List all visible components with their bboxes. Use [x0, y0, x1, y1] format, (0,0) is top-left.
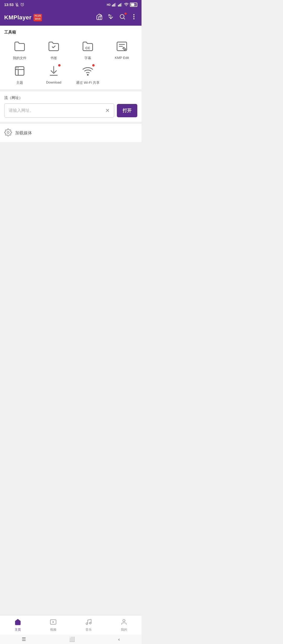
folder-icon — [14, 41, 25, 52]
tool-kmp-edit-label: KMP Edit — [115, 56, 129, 60]
wifi-share-notification-dot — [92, 64, 95, 66]
plus-badge: PLUS DIVX — [34, 14, 42, 21]
svg-point-19 — [120, 14, 124, 18]
battery-icon: 61 — [130, 3, 137, 7]
logo-area: KMPlayer PLUS DIVX — [4, 14, 42, 21]
status-bar: 13:53 HD 61 — [0, 0, 142, 9]
stream-input-row: 请输入网址。 ✕ 打开 — [4, 103, 137, 118]
svg-point-33 — [87, 74, 88, 75]
clear-url-button[interactable]: ✕ — [105, 107, 110, 114]
sort-button[interactable] — [107, 13, 114, 22]
svg-rect-9 — [115, 3, 116, 7]
status-time: 13:53 — [4, 3, 24, 7]
bookmark-folder-icon — [48, 41, 59, 52]
svg-rect-6 — [112, 5, 113, 7]
home-settings-button[interactable] — [96, 13, 103, 22]
kmp-edit-icon — [116, 41, 128, 52]
tool-download[interactable]: Download — [38, 64, 69, 85]
tool-theme[interactable]: 主题 — [4, 64, 35, 85]
toolbox-title: 工具箱 — [4, 30, 137, 35]
tool-my-files-label: 我的文件 — [13, 56, 26, 60]
svg-point-22 — [134, 16, 134, 17]
tool-wifi-share[interactable]: 通过 Wi-Fi 共享 — [72, 64, 103, 85]
tool-wifi-share-label: 通过 Wi-Fi 共享 — [76, 80, 100, 85]
signal-icon — [112, 3, 117, 7]
load-media-section[interactable]: 加载媒体 — [0, 124, 142, 142]
svg-rect-10 — [118, 5, 119, 7]
svg-rect-12 — [120, 3, 121, 7]
stream-title: 流（网址） — [4, 96, 137, 100]
alarm-icon — [20, 3, 24, 7]
tool-subtitles-label: 字幕 — [84, 56, 91, 60]
tool-download-label: Download — [46, 80, 61, 84]
app-name: KMPlayer — [4, 14, 31, 21]
search-notification-dot — [124, 13, 127, 15]
header-icons — [96, 13, 137, 22]
theme-icon — [14, 65, 25, 77]
svg-point-21 — [134, 14, 134, 15]
search-button[interactable] — [119, 13, 126, 22]
app-header: KMPlayer PLUS DIVX — [0, 9, 142, 26]
svg-point-14 — [126, 5, 127, 6]
svg-point-23 — [134, 18, 134, 19]
toolbox-section: 工具箱 我的文件 — [0, 26, 142, 89]
svg-rect-11 — [119, 4, 120, 7]
svg-point-34 — [7, 131, 9, 134]
more-menu-button[interactable] — [130, 13, 137, 22]
tool-bookmarks-label: 书签 — [50, 56, 57, 60]
tools-grid: 我的文件 书签 — [4, 39, 137, 85]
stream-url-placeholder: 请输入网址。 — [9, 108, 34, 113]
svg-text:CC: CC — [85, 46, 90, 50]
wifi-icon — [124, 3, 129, 7]
empty-content-area — [0, 144, 142, 223]
open-url-button[interactable]: 打开 — [117, 104, 137, 117]
svg-rect-13 — [121, 3, 122, 7]
subtitles-icon: CC — [82, 41, 94, 52]
mute-icon — [15, 3, 19, 7]
stream-url-input-box[interactable]: 请输入网址。 ✕ — [4, 103, 114, 118]
download-icon — [48, 65, 59, 77]
tool-my-files[interactable]: 我的文件 — [4, 39, 35, 60]
stream-section: 流（网址） 请输入网址。 ✕ 打开 — [0, 91, 142, 122]
main-content: 工具箱 我的文件 — [0, 26, 142, 223]
tool-subtitles[interactable]: CC 字幕 — [72, 39, 103, 60]
wifi-share-icon — [82, 65, 94, 77]
gear-icon — [4, 129, 12, 137]
signal2-icon — [118, 3, 123, 7]
tool-bookmarks[interactable]: 书签 — [38, 39, 69, 60]
tool-theme-label: 主题 — [16, 80, 23, 85]
svg-line-20 — [124, 18, 125, 19]
svg-rect-8 — [114, 3, 115, 7]
status-icons: HD 61 — [107, 3, 137, 7]
svg-line-4 — [21, 3, 21, 3]
download-notification-dot — [58, 64, 61, 66]
svg-line-28 — [125, 49, 126, 50]
svg-rect-7 — [113, 4, 114, 7]
svg-line-5 — [23, 3, 24, 3]
load-media-label: 加载媒体 — [15, 130, 32, 136]
tool-kmp-edit[interactable]: KMP Edit — [106, 39, 137, 60]
